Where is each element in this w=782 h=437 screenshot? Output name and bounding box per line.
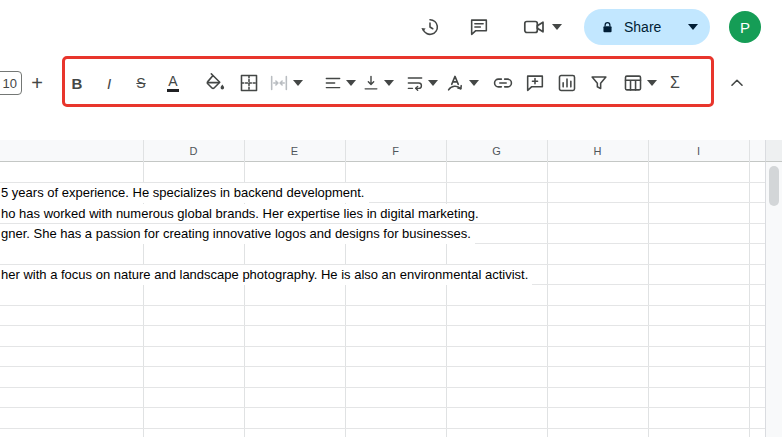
lock-icon — [600, 20, 615, 35]
insert-link-button[interactable] — [489, 69, 517, 97]
increase-font-size-button[interactable]: + — [25, 69, 49, 97]
avatar-initial: P — [740, 19, 750, 36]
column-header-h[interactable]: H — [547, 140, 648, 161]
account-avatar[interactable]: P — [729, 11, 761, 43]
vertical-align-button[interactable] — [359, 69, 395, 97]
borders-grid-icon — [238, 72, 260, 94]
align-left-icon — [323, 73, 343, 93]
video-camera-icon — [522, 15, 546, 39]
filter-views-button[interactable] — [621, 69, 657, 97]
share-label: Share — [624, 19, 661, 35]
filter-views-table-icon — [622, 72, 644, 94]
fill-color-button[interactable] — [201, 69, 229, 97]
text-wrapping-button[interactable] — [403, 69, 439, 97]
chevron-down-icon — [428, 80, 438, 86]
grid-row[interactable] — [0, 306, 782, 327]
grid-row[interactable] — [0, 347, 782, 368]
merge-cells-icon — [268, 72, 290, 94]
chevron-down-icon — [384, 80, 394, 86]
font-size-input[interactable]: 10 — [0, 71, 22, 95]
bold-button[interactable]: B — [63, 69, 91, 97]
chart-icon — [556, 72, 578, 94]
link-icon — [492, 72, 514, 94]
column-header-g[interactable]: G — [446, 140, 547, 161]
sheets-app-window: Share P 10 + B I S A — [0, 0, 782, 437]
borders-button[interactable] — [235, 69, 263, 97]
chevron-down-icon — [293, 80, 303, 86]
create-filter-button[interactable] — [585, 69, 613, 97]
share-button[interactable]: Share — [584, 9, 710, 45]
paint-bucket-icon — [204, 72, 226, 94]
version-history-icon — [419, 16, 441, 38]
cell-overflow-text-row-4[interactable]: gner. She has a passion for creating inn… — [0, 224, 475, 244]
italic-button[interactable]: I — [95, 69, 123, 97]
share-dropdown-icon[interactable] — [688, 24, 698, 30]
add-comment-icon — [524, 72, 546, 94]
chevron-down-icon — [346, 80, 356, 86]
cell-overflow-text-row-3[interactable]: ho has worked with numerous global brand… — [0, 204, 483, 224]
grid-row[interactable] — [0, 326, 782, 347]
insert-comment-button[interactable] — [521, 69, 549, 97]
bold-icon: B — [72, 76, 83, 91]
cell-overflow-text-row-6[interactable]: her with a focus on nature and landscape… — [0, 265, 532, 285]
column-header-f[interactable]: F — [345, 140, 446, 161]
font-size-value: 10 — [3, 76, 17, 91]
text-rotation-button[interactable] — [443, 69, 479, 97]
chevron-up-icon — [726, 72, 748, 94]
horizontal-align-button[interactable] — [321, 69, 357, 97]
grid-row[interactable] — [0, 162, 782, 183]
sigma-icon: Σ — [670, 75, 680, 91]
grid-row[interactable] — [0, 244, 782, 265]
align-bottom-icon — [361, 73, 381, 93]
meet-call-button[interactable] — [514, 13, 570, 41]
column-header-d[interactable]: D — [143, 140, 244, 161]
grid-row[interactable] — [0, 367, 782, 388]
chevron-down-icon — [469, 80, 479, 86]
cell-overflow-text-row-2[interactable]: 5 years of experience. He specializes in… — [0, 183, 369, 203]
merge-cells-button[interactable] — [267, 69, 303, 97]
strikethrough-icon: S — [136, 76, 145, 90]
functions-button[interactable]: Σ — [661, 69, 689, 97]
plus-icon: + — [31, 73, 43, 93]
vertical-scrollbar-thumb[interactable] — [769, 166, 779, 206]
collapse-toolbar-button[interactable] — [723, 69, 751, 97]
chevron-down-icon — [647, 80, 657, 86]
chevron-down-icon — [552, 24, 562, 30]
strikethrough-button[interactable]: S — [127, 69, 155, 97]
italic-icon: I — [107, 76, 111, 91]
grid-row[interactable] — [0, 388, 782, 409]
insert-chart-button[interactable] — [553, 69, 581, 97]
grid-row[interactable] — [0, 429, 782, 437]
column-header-e[interactable]: E — [244, 140, 345, 161]
grid-row[interactable] — [0, 408, 782, 429]
version-history-button[interactable] — [416, 13, 444, 41]
text-rotation-icon — [444, 72, 466, 94]
comments-button[interactable] — [465, 13, 493, 41]
text-color-button[interactable]: A — [159, 69, 187, 97]
text-color-icon: A — [167, 74, 178, 92]
grid-row[interactable] — [0, 285, 782, 306]
comments-icon — [468, 16, 490, 38]
column-header-i[interactable]: I — [648, 140, 749, 161]
scrollbar-corner — [765, 140, 782, 162]
text-wrap-icon — [405, 73, 425, 93]
filter-funnel-icon — [588, 72, 610, 94]
